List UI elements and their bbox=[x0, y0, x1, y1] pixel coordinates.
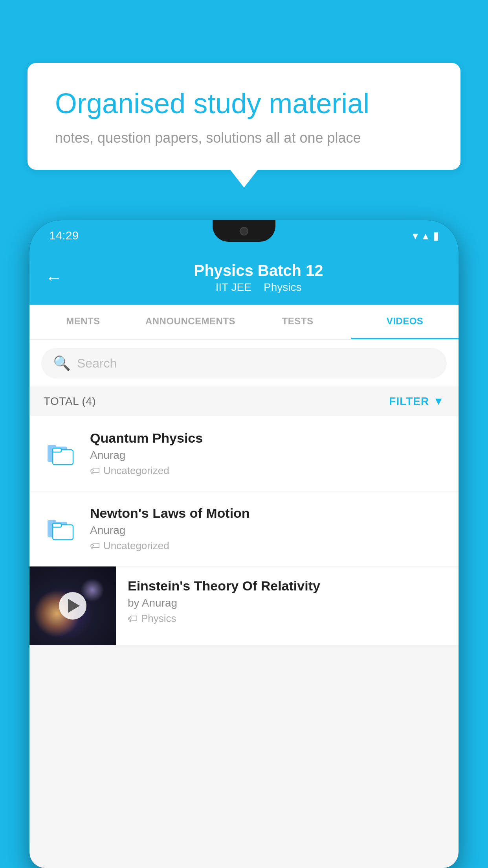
tab-videos[interactable]: VIDEOS bbox=[351, 305, 459, 339]
tabs-bar: MENTS ANNOUNCEMENTS TESTS VIDEOS bbox=[29, 305, 459, 340]
svg-rect-7 bbox=[53, 523, 61, 527]
camera bbox=[240, 227, 248, 235]
folder-icon-2 bbox=[44, 511, 79, 546]
phone-frame: 14:29 ▾ ▴ ▮ ← Physics Batch 12 IIT JEE P… bbox=[29, 220, 459, 868]
tag-icon-2: 🏷 bbox=[90, 540, 100, 552]
battery-icon: ▮ bbox=[433, 229, 439, 242]
svg-rect-3 bbox=[53, 448, 61, 452]
batch-tag-iitjee: IIT JEE bbox=[216, 281, 251, 293]
filter-button[interactable]: FILTER ▼ bbox=[389, 395, 444, 408]
search-bar[interactable]: 🔍 Search bbox=[41, 348, 447, 379]
tag-label-1: Uncategorized bbox=[103, 465, 169, 477]
video-item-1[interactable]: Quantum Physics Anurag 🏷 Uncategorized bbox=[29, 416, 459, 491]
video-tag-1: 🏷 Uncategorized bbox=[90, 465, 444, 477]
video-item-2[interactable]: Newton's Laws of Motion Anurag 🏷 Uncateg… bbox=[29, 491, 459, 566]
video-info-2: Newton's Laws of Motion Anurag 🏷 Uncateg… bbox=[90, 506, 444, 552]
tag-icon-1: 🏷 bbox=[90, 465, 100, 477]
video-list: Quantum Physics Anurag 🏷 Uncategorized bbox=[29, 416, 459, 645]
status-time: 14:29 bbox=[49, 229, 79, 242]
filter-row: TOTAL (4) FILTER ▼ bbox=[29, 386, 459, 416]
video-author-1: Anurag bbox=[90, 449, 444, 462]
bubble-subtitle: notes, question papers, solutions all at… bbox=[55, 130, 433, 146]
total-count-label: TOTAL (4) bbox=[44, 395, 96, 408]
batch-subtitle: IIT JEE Physics bbox=[74, 281, 443, 294]
tab-announcements[interactable]: ANNOUNCEMENTS bbox=[137, 305, 244, 339]
filter-label: FILTER bbox=[389, 395, 429, 408]
app-header: ← Physics Batch 12 IIT JEE Physics bbox=[29, 251, 459, 305]
search-bar-container: 🔍 Search bbox=[29, 340, 459, 386]
einstein-author: by Anurag bbox=[128, 597, 447, 609]
speech-bubble-section: Organised study material notes, question… bbox=[28, 63, 460, 188]
einstein-tag-icon: 🏷 bbox=[128, 612, 138, 625]
video-item-3[interactable]: Einstein's Theory Of Relativity by Anura… bbox=[29, 566, 459, 645]
video-title-2: Newton's Laws of Motion bbox=[90, 506, 444, 521]
bubble-title: Organised study material bbox=[55, 86, 433, 120]
video-thumbnail-3 bbox=[29, 566, 116, 645]
tab-ments[interactable]: MENTS bbox=[29, 305, 137, 339]
batch-title: Physics Batch 12 bbox=[74, 262, 443, 280]
einstein-title: Einstein's Theory Of Relativity bbox=[128, 578, 447, 594]
status-icons: ▾ ▴ ▮ bbox=[413, 229, 439, 242]
batch-tag-physics: Physics bbox=[264, 281, 301, 293]
phone-notch bbox=[213, 220, 275, 242]
einstein-info: Einstein's Theory Of Relativity by Anura… bbox=[116, 566, 459, 636]
tag-label-2: Uncategorized bbox=[103, 540, 169, 552]
bubble-arrow bbox=[230, 170, 258, 188]
folder-icon-1 bbox=[44, 436, 79, 471]
tab-tests[interactable]: TESTS bbox=[244, 305, 351, 339]
header-title-group: Physics Batch 12 IIT JEE Physics bbox=[74, 262, 443, 294]
search-icon: 🔍 bbox=[53, 355, 71, 371]
signal-icon: ▴ bbox=[423, 229, 428, 242]
video-title-1: Quantum Physics bbox=[90, 430, 444, 446]
filter-icon: ▼ bbox=[433, 395, 444, 408]
video-author-2: Anurag bbox=[90, 524, 444, 537]
wifi-icon: ▾ bbox=[413, 229, 418, 242]
back-button[interactable]: ← bbox=[45, 268, 62, 288]
speech-bubble-card: Organised study material notes, question… bbox=[28, 63, 460, 170]
video-info-1: Quantum Physics Anurag 🏷 Uncategorized bbox=[90, 430, 444, 477]
einstein-tag-label: Physics bbox=[141, 612, 176, 625]
einstein-tag: 🏷 Physics bbox=[128, 612, 447, 625]
play-button-3[interactable] bbox=[59, 592, 86, 620]
status-bar: 14:29 ▾ ▴ ▮ bbox=[29, 220, 459, 251]
screen-content: 🔍 Search TOTAL (4) FILTER ▼ bbox=[29, 340, 459, 868]
search-placeholder: Search bbox=[77, 356, 117, 371]
play-triangle-icon bbox=[68, 599, 80, 613]
video-tag-2: 🏷 Uncategorized bbox=[90, 540, 444, 552]
